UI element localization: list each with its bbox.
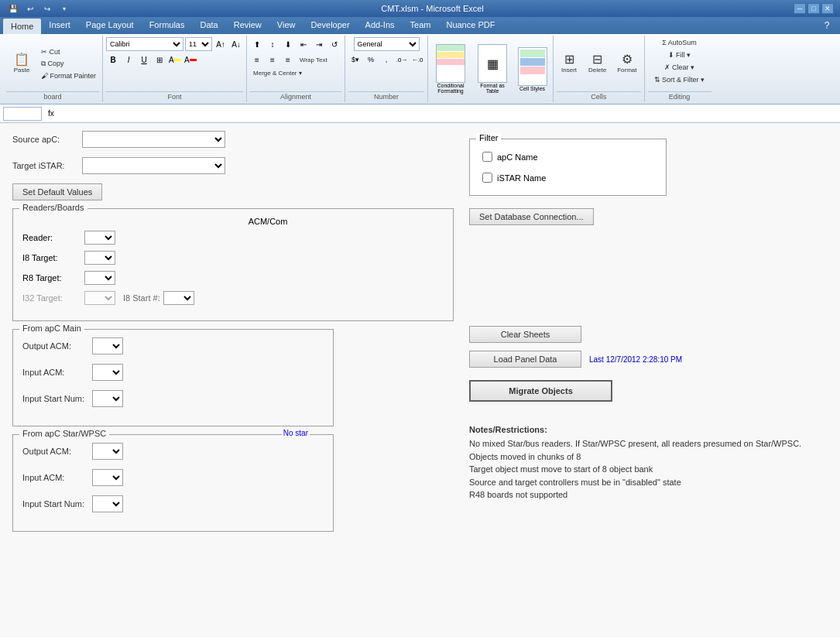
format-icon: ⚙ [622, 53, 633, 66]
tab-review[interactable]: Review [226, 17, 269, 34]
tab-team[interactable]: Team [403, 17, 439, 34]
format-btn[interactable]: ⚙ Format [613, 51, 640, 76]
font-size-select[interactable]: 11 [185, 37, 212, 51]
i8-select[interactable] [84, 251, 115, 265]
formula-expand-btn[interactable]: fx [45, 109, 57, 118]
tab-home[interactable]: Home [3, 19, 41, 34]
quick-access-more[interactable]: ▾ [57, 2, 71, 15]
input-acm-label: Input ACM: [22, 368, 92, 377]
font-color-btn[interactable]: A [183, 53, 197, 67]
tab-nuance[interactable]: Nuance PDF [438, 17, 502, 34]
bold-btn[interactable]: B [106, 53, 120, 67]
migrate-objects-btn[interactable]: Migrate Objects [469, 380, 612, 402]
quick-access-save[interactable]: 💾 [6, 2, 20, 15]
quick-access-undo[interactable]: ↩ [23, 2, 37, 15]
reader-select[interactable] [84, 231, 115, 245]
set-database-btn[interactable]: Set Database Connection... [469, 208, 594, 225]
from-apc-star-legend: From apC Star/WPSC [19, 429, 109, 438]
tab-data[interactable]: Data [192, 17, 225, 34]
i32-target-row: I32 Target: I8 Start #: [22, 291, 444, 305]
italic-btn[interactable]: I [122, 53, 135, 67]
i8-start-select[interactable] [163, 291, 194, 305]
readers-boards-box: Readers/Boards ACM/Com Reader: I8 Target… [12, 208, 454, 321]
autosum-btn[interactable]: Σ AutoSum [659, 37, 700, 48]
align-center-btn[interactable]: ≡ [266, 53, 279, 67]
star-output-acm-select[interactable] [92, 443, 123, 460]
set-default-btn[interactable]: Set Default Values [12, 183, 102, 200]
notes-section: Notes/Restrictions: No mixed Star/bus re… [469, 425, 828, 502]
font-name-select[interactable]: Calibri [106, 37, 183, 51]
ribbon: Home Insert Page Layout Formulas Data Re… [0, 17, 840, 104]
tab-formulas[interactable]: Formulas [142, 17, 193, 34]
font-increase-btn[interactable]: A↑ [214, 37, 228, 51]
tab-pagelayout[interactable]: Page Layout [78, 17, 142, 34]
apc-name-filter-label: apC Name [497, 152, 538, 162]
quick-access-redo[interactable]: ↪ [40, 2, 54, 15]
format-painter-btn[interactable]: 🖌 Format Painter [38, 70, 99, 81]
underline-btn[interactable]: U [137, 53, 151, 67]
i8-start-label: I8 Start #: [123, 293, 160, 303]
load-panel-btn[interactable]: Load Panel Data [469, 351, 581, 368]
paste-btn[interactable]: 📋 Paste [6, 51, 37, 76]
tab-developer[interactable]: Developer [303, 17, 357, 34]
currency-btn[interactable]: $▾ [348, 53, 362, 67]
fill-color-btn[interactable]: A [168, 53, 182, 67]
align-middle-btn[interactable]: ↕ [266, 37, 279, 51]
tab-view[interactable]: View [269, 17, 303, 34]
sort-filter-btn[interactable]: ⇅ Sort & Filter ▾ [651, 74, 708, 85]
restore-btn[interactable]: □ [807, 3, 820, 14]
decimal-dec-btn[interactable]: ←.0 [410, 53, 424, 67]
tab-addins[interactable]: Add-Ins [358, 17, 403, 34]
decimal-inc-btn[interactable]: .0→ [395, 53, 409, 67]
cell-styles-btn[interactable] [518, 47, 547, 86]
cut-btn[interactable]: ✂ Cut [38, 46, 99, 57]
clear-sheets-btn[interactable]: Clear Sheets [469, 326, 581, 343]
filter-box: Filter apC Name iSTAR Name [469, 139, 667, 196]
target-select[interactable] [82, 157, 225, 174]
input-acm-select[interactable] [92, 364, 123, 381]
clear-btn[interactable]: ✗ Clear ▾ [661, 62, 698, 73]
format-as-table-btn[interactable]: ▦ [478, 44, 507, 83]
align-right-btn[interactable]: ≡ [281, 53, 295, 67]
output-acm-label: Output ACM: [22, 341, 92, 351]
indent-increase-btn[interactable]: ⇥ [312, 37, 326, 51]
cell-reference[interactable] [3, 107, 42, 121]
indent-decrease-btn[interactable]: ⇤ [297, 37, 310, 51]
notes-line-0: No mixed Star/bus readers. If Star/WPSC … [469, 437, 828, 450]
tab-insert[interactable]: Insert [41, 17, 78, 34]
i8-label: I8 Target: [22, 253, 84, 262]
r8-select[interactable] [84, 271, 115, 285]
istar-name-checkbox[interactable] [482, 173, 492, 183]
align-bottom-btn[interactable]: ⬇ [281, 37, 295, 51]
conditional-formatting-btn[interactable] [436, 44, 465, 83]
acm-col-header: ACM/Com [92, 217, 444, 226]
source-select[interactable] [82, 131, 225, 148]
insert-btn[interactable]: ⊞ Insert [557, 51, 581, 76]
comma-btn[interactable]: , [379, 53, 393, 67]
i32-select[interactable] [84, 291, 115, 305]
align-top-btn[interactable]: ⬆ [250, 37, 264, 51]
fill-btn[interactable]: ⬇ Fill ▾ [665, 50, 694, 60]
apc-name-checkbox[interactable] [482, 152, 492, 162]
formula-input[interactable] [60, 107, 837, 121]
number-format-select[interactable]: General [354, 37, 420, 51]
font-decrease-btn[interactable]: A↓ [229, 37, 243, 51]
wrap-text-btn[interactable]: Wrap Text [297, 55, 331, 65]
copy-btn[interactable]: ⧉ Copy [38, 58, 99, 70]
border-btn[interactable]: ⊞ [153, 53, 166, 67]
align-left-btn[interactable]: ≡ [250, 53, 264, 67]
star-input-acm-select[interactable] [92, 469, 123, 486]
merge-center-btn[interactable]: Merge & Center ▾ [250, 68, 305, 78]
input-start-select[interactable] [92, 390, 123, 407]
right-column: Filter apC Name iSTAR Name Set Database … [469, 131, 828, 539]
help-btn[interactable]: ? [820, 19, 834, 33]
window-title: CMT.xlsm - Microsoft Excel [71, 4, 794, 13]
star-input-start-select[interactable] [92, 495, 123, 512]
close-btn[interactable]: ✕ [821, 3, 834, 14]
delete-btn[interactable]: ⊟ Delete [585, 51, 610, 76]
ribbon-content: 📋 Paste ✂ Cut ⧉ Copy 🖌 Format Painter bo… [0, 34, 840, 104]
output-acm-select[interactable] [92, 337, 123, 354]
percent-btn[interactable]: % [364, 53, 378, 67]
text-direction-btn[interactable]: ↺ [327, 37, 341, 51]
minimize-btn[interactable]: ─ [794, 3, 806, 14]
